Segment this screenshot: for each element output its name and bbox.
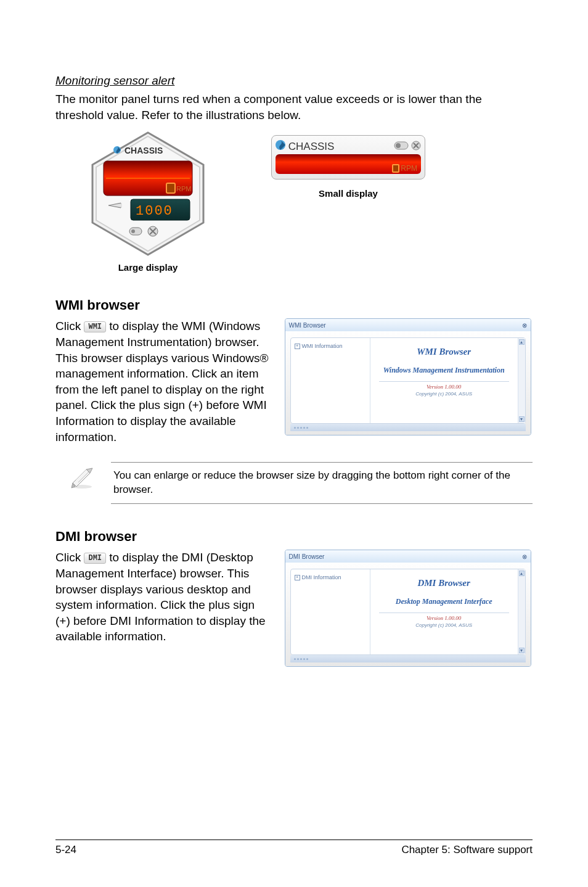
svg-rect-10 bbox=[131, 229, 135, 233]
dmi-text-after: to display the DMI (Desktop Management I… bbox=[55, 551, 266, 643]
dmi-tree-node: DMI Information bbox=[302, 574, 341, 580]
wmi-tree-pane: +WMI Information bbox=[291, 338, 370, 423]
page-footer: 5-24 Chapter 5: Software support bbox=[55, 840, 533, 856]
wmi-text: Click WMI to display the WMI (Windows Ma… bbox=[55, 318, 272, 445]
rpm-label-small: RPM bbox=[401, 164, 417, 173]
fan-icon bbox=[276, 140, 285, 152]
large-hex-gauge: CHASSIS bbox=[86, 129, 210, 258]
thumb-close-icon: ⊗ bbox=[522, 553, 527, 560]
note-callout: You can enlarge or reduce the browser si… bbox=[68, 462, 533, 504]
resize-grip bbox=[290, 424, 526, 431]
small-monitor-label: CHASSIS bbox=[288, 141, 335, 152]
footer-left: 5-24 bbox=[55, 844, 76, 856]
toggle-icon bbox=[394, 141, 409, 152]
wmi-chip-button: WMI bbox=[84, 321, 106, 332]
dmi-version: Version 1.00.00 bbox=[427, 615, 461, 621]
wmi-text-before: Click bbox=[55, 320, 84, 332]
rpm-box-icon bbox=[392, 164, 399, 173]
wmi-text-after: to display the WMI (Windows Management I… bbox=[55, 320, 269, 443]
dmi-content-pane: DMI Browser Desktop Management Interface… bbox=[370, 569, 518, 654]
plus-icon: + bbox=[295, 575, 300, 580]
dmi-thumb-title: DMI Browser bbox=[289, 553, 325, 560]
small-caption: Small display bbox=[319, 188, 378, 199]
wmi-browser-thumb: WMI Browser ⊗ +WMI Information WMI Brows… bbox=[285, 318, 531, 435]
scroll-down-icon: ▼ bbox=[519, 416, 525, 422]
wmi-heading: WMI browser bbox=[55, 297, 533, 313]
small-display-figure: CHASSIS RPM Small display bbox=[271, 135, 425, 199]
wmi-copy: Copyright (c) 2004, ASUS bbox=[415, 391, 472, 397]
dmi-heading: DMI browser bbox=[55, 529, 533, 545]
section-title: Monitoring sensor alert bbox=[55, 74, 533, 88]
large-caption: Large display bbox=[118, 262, 178, 273]
rpm-label-large: RPM bbox=[176, 185, 191, 192]
wmi-thumb-title: WMI Browser bbox=[289, 322, 326, 329]
wmi-sub: Windows Management Instrumentation bbox=[383, 366, 505, 374]
wmi-version: Version 1.00.00 bbox=[427, 384, 461, 390]
scroll-up-icon: ▲ bbox=[519, 339, 525, 345]
scrollbar: ▲ ▼ bbox=[518, 338, 525, 423]
svg-rect-16 bbox=[396, 143, 401, 148]
dmi-browser-thumb: DMI Browser ⊗ +DMI Information DMI Brows… bbox=[285, 550, 531, 667]
dmi-sub: Desktop Management Interface bbox=[396, 597, 492, 606]
figures-row: CHASSIS bbox=[55, 129, 533, 273]
dmi-text-before: Click bbox=[55, 551, 84, 564]
small-monitor: CHASSIS RPM bbox=[271, 135, 425, 179]
footer-right: Chapter 5: Software support bbox=[401, 844, 533, 856]
plus-icon: + bbox=[295, 344, 300, 349]
wmi-brand: WMI Browser bbox=[417, 347, 471, 357]
scroll-up-icon: ▲ bbox=[519, 571, 525, 576]
dmi-chip-button: DMI bbox=[84, 553, 106, 564]
dmi-text: Click DMI to display the DMI (Desktop Ma… bbox=[55, 550, 272, 645]
section-body: The monitor panel turns red when a compo… bbox=[55, 91, 533, 123]
thumb-close-icon: ⊗ bbox=[522, 322, 527, 329]
wmi-tree-node: WMI Information bbox=[302, 343, 343, 349]
wmi-content-pane: WMI Browser Windows Management Instrumen… bbox=[370, 338, 518, 423]
pencil-note-icon bbox=[68, 462, 96, 493]
lcd-digits: 1000 bbox=[136, 204, 173, 219]
hex-label-text: CHASSIS bbox=[125, 146, 163, 155]
dmi-copy: Copyright (c) 2004, ASUS bbox=[415, 622, 472, 628]
dmi-brand: DMI Browser bbox=[417, 578, 470, 588]
resize-grip bbox=[290, 655, 526, 662]
note-text: You can enlarge or reduce the browser si… bbox=[111, 462, 533, 504]
dmi-tree-pane: +DMI Information bbox=[291, 569, 370, 654]
large-display-figure: CHASSIS bbox=[86, 129, 210, 273]
close-icon bbox=[411, 141, 421, 152]
scrollbar: ▲ ▼ bbox=[518, 569, 525, 654]
scroll-down-icon: ▼ bbox=[519, 648, 525, 653]
svg-rect-5 bbox=[166, 183, 175, 193]
